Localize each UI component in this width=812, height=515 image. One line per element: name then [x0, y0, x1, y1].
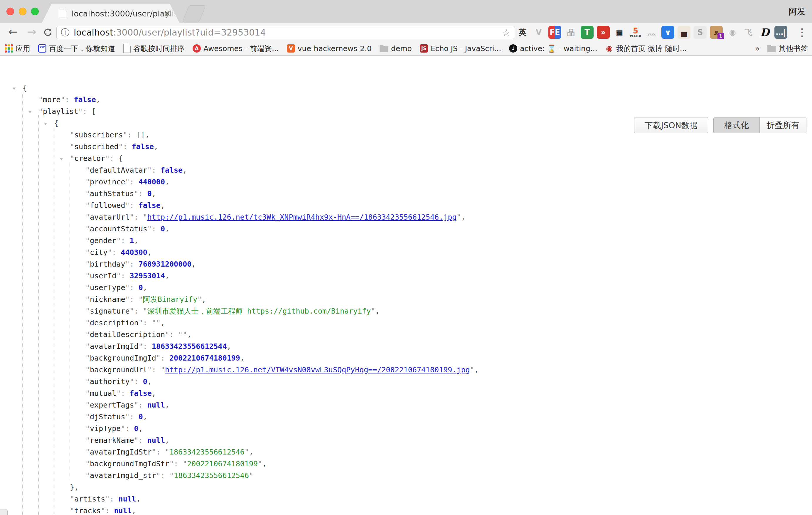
json-number-value: 1 [130, 236, 134, 245]
bookmark-item[interactable]: 应用 [5, 44, 30, 53]
forward-button[interactable]: → [24, 23, 39, 41]
json-colon: : [161, 354, 169, 362]
mask-icon[interactable]: ▄ [677, 26, 691, 39]
bookmark-item[interactable]: AAwesomes - 前端资... [193, 44, 279, 53]
sitemap-icon[interactable]: 品 [564, 26, 577, 39]
json-punct: , [147, 248, 152, 257]
sitemap-icon-glyph: 品 [567, 28, 575, 36]
json-key: more [43, 95, 60, 104]
reload-button[interactable] [43, 28, 53, 39]
quote-mark: " [85, 471, 90, 480]
url-text[interactable]: localhost:3000/user/playlist?uid=3295301… [74, 26, 266, 39]
lantern-icon[interactable]: ∨ [661, 26, 674, 39]
collapse-arrow[interactable]: ▼ [28, 107, 31, 117]
json-line: "signature": "深圳市爱猫人士，前端工程师 https://gith… [0, 305, 812, 317]
json-colon: : [125, 424, 134, 433]
quote-mark: " [116, 271, 121, 280]
paw-icon[interactable]: 灬 [645, 26, 658, 39]
quote-mark: " [249, 471, 253, 480]
json-punct: , [227, 342, 231, 350]
dark-reader-icon[interactable]: D [758, 26, 771, 39]
quote-mark: " [85, 342, 90, 350]
fast-forward-icon[interactable]: » [597, 26, 610, 39]
monkey-icon-badge: 1 [718, 33, 724, 39]
url-link[interactable]: http://p1.music.126.net/tc3Wk_XNPmwiR4hx… [147, 213, 457, 221]
json-key: artists [74, 495, 105, 503]
tab-favicon-icon [59, 9, 66, 18]
json-key: userType [90, 283, 125, 292]
bird-icon-glyph: 飞 [745, 28, 752, 36]
json-number-value: 18633423556612544 [152, 342, 227, 350]
bookmark-item[interactable]: 爫百度一下，你就知道 [38, 44, 115, 53]
bookmarks-bar: 应用爫百度一下，你就知道谷歌按时间排序AAwesomes - 前端资...Vvu… [0, 41, 812, 56]
close-window-button[interactable] [6, 8, 14, 15]
json-punct: , [152, 389, 156, 398]
quote-mark: " [371, 307, 375, 315]
browser-tab[interactable]: localhost:3000/user/playlist?u × [42, 4, 180, 23]
quote-mark: " [85, 459, 90, 468]
weibo-eye-icon[interactable]: ◉ [726, 26, 739, 39]
bookmark-star-icon[interactable]: ☆ [502, 26, 511, 39]
new-tab-button[interactable] [182, 5, 206, 22]
bookmark-label: 应用 [16, 44, 30, 53]
back-button[interactable]: ← [5, 23, 21, 41]
bookmark-label: Awesomes - 前端资... [203, 44, 279, 53]
json-colon: : [152, 366, 161, 374]
quote-mark: " [85, 225, 90, 233]
url-bar[interactable]: ⓘ localhost:3000/user/playlist?uid=32953… [56, 26, 515, 39]
collapse-arrow[interactable]: ▼ [44, 119, 47, 128]
monkey-icon[interactable]: ᴥ1 [710, 26, 723, 39]
s-icon[interactable]: S [694, 26, 706, 39]
json-number-value: 0 [147, 190, 152, 198]
json-punct: , [134, 236, 139, 245]
html5-player-icon[interactable]: 5PLAYER [629, 26, 642, 39]
json-key: nickname [90, 295, 125, 304]
info-icon[interactable]: ⓘ [61, 26, 69, 39]
qrcode-icon[interactable]: ▦ [613, 26, 626, 39]
quote-mark: " [130, 377, 134, 386]
url-host: localhost [74, 27, 113, 37]
json-colon: : [105, 507, 114, 515]
lantern-icon-glyph: ∨ [665, 28, 671, 36]
quote-mark: " [123, 131, 127, 139]
vue-devtools-icon[interactable]: V [532, 26, 545, 39]
bookmarks-overflow-chevron[interactable]: » [755, 44, 760, 53]
dark-reader-icon-glyph: D [760, 27, 769, 37]
bookmark-item[interactable]: JSEcho JS - JavaScri... [420, 44, 501, 53]
bookmark-item[interactable]: 谷歌按时间排序 [123, 44, 185, 53]
shield-t-icon[interactable]: T [581, 26, 593, 39]
bookmark-item[interactable]: Vvue-hackernews-2.0 [287, 44, 372, 53]
browser-menu-icon[interactable]: ⋮ [796, 23, 808, 41]
other-bookmarks-label: 其他书签 [779, 44, 808, 53]
translate-icon[interactable]: 英 [516, 26, 529, 39]
quote-mark: " [85, 389, 90, 398]
bookmark-item[interactable]: ◉我的首页 微博-随时... [605, 44, 687, 53]
collapse-arrow[interactable]: ▼ [60, 154, 63, 164]
tab-close-icon[interactable]: × [164, 4, 171, 23]
json-line: "tracks": null, [0, 505, 812, 515]
fe-icon[interactable]: FE [548, 26, 561, 39]
json-colon: : [121, 271, 129, 280]
weibo-fire-icon: ◉ [605, 44, 613, 53]
zoom-window-button[interactable] [31, 8, 39, 15]
bookmark-item[interactable]: ↓active: ⌛ - waiting... [509, 44, 597, 53]
bookmark-item[interactable]: demo [380, 44, 412, 53]
json-key: playlist [43, 107, 78, 116]
grid-cell [8, 47, 10, 49]
json-colon: : [152, 225, 161, 233]
grid-cell [11, 47, 13, 49]
json-colon: : [152, 166, 161, 174]
profile-name[interactable]: 阿发 [788, 0, 806, 23]
json-colon: : [130, 201, 139, 210]
other-bookmarks[interactable]: 其他书签 [767, 44, 808, 53]
quote-mark: " [105, 154, 110, 163]
minimize-window-button[interactable] [19, 8, 26, 15]
quote-mark: " [85, 424, 90, 433]
bird-icon[interactable]: 飞 [742, 26, 755, 39]
collapse-arrow[interactable]: ▼ [12, 83, 16, 93]
json-key: authStatus [90, 190, 134, 198]
json-colon: : [127, 131, 136, 139]
url-link[interactable]: http://p1.music.126.net/VTW4vsN08vwL3uSQ… [165, 366, 470, 374]
quote-mark: " [147, 366, 152, 374]
more-extensions-icon[interactable]: …| [775, 26, 787, 39]
